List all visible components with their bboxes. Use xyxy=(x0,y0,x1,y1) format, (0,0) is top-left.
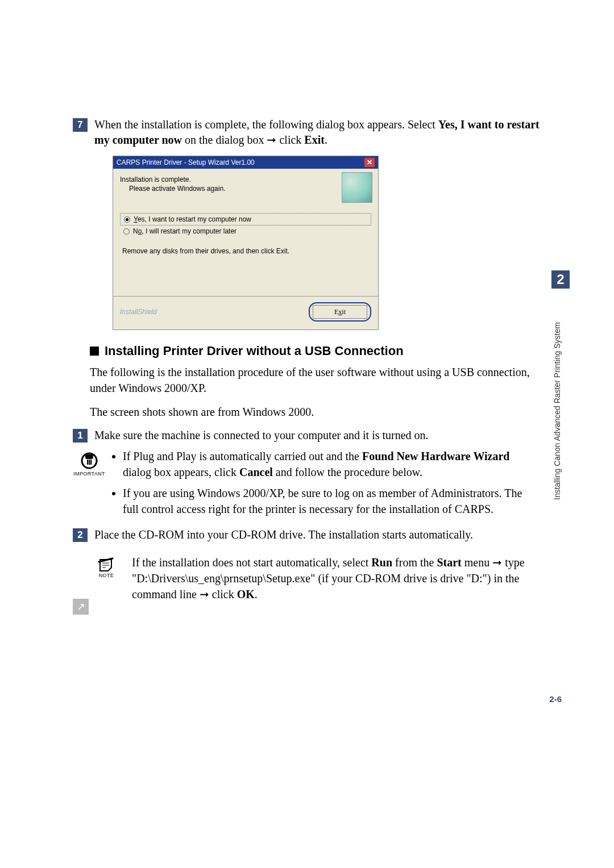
step7-bold2: Exit xyxy=(304,133,325,146)
svg-rect-4 xyxy=(89,460,90,465)
step7-mid: on the dialog box ➞ click xyxy=(182,133,304,146)
radio-no-rest: , I will restart my computer later xyxy=(142,227,237,235)
note-text: If the installation does not start autom… xyxy=(132,555,540,602)
step2-text: Place the CD-ROM into your CD-ROM drive.… xyxy=(94,527,473,542)
note-icon xyxy=(98,557,115,572)
dialog-title: CARPS Printer Driver - Setup Wizard Ver1… xyxy=(117,158,255,166)
svg-rect-1 xyxy=(85,454,93,459)
note-bold1: Run xyxy=(371,556,392,569)
radio-icon xyxy=(123,228,130,235)
svg-rect-3 xyxy=(90,460,92,465)
svg-rect-2 xyxy=(87,460,88,465)
exit-button-highlight: Exit xyxy=(309,302,371,322)
step1-text: Make sure the machine is connected to yo… xyxy=(94,428,429,443)
step7-pre: When the installation is complete, the f… xyxy=(94,118,438,131)
ib1-post: and follow the procedure below. xyxy=(273,466,422,478)
radio-yes-rest: es, I want to restart my computer now xyxy=(138,215,251,223)
important-label: IMPORTANT xyxy=(73,471,105,477)
subheading-row: Installing Printer Driver without a USB … xyxy=(90,344,540,358)
paragraph-intro-2: The screen shots shown are from Windows … xyxy=(90,404,540,420)
note-bold3: OK xyxy=(237,588,255,600)
radio-yes-mnemonic: Y xyxy=(134,215,138,223)
step-number-1: 1 xyxy=(73,429,88,443)
ib1-mid: dialog box appears, click xyxy=(123,466,239,478)
note-pre: If the installation does not start autom… xyxy=(132,556,371,569)
radio-restart-now: Yes, I want to restart my computer now xyxy=(120,213,371,226)
exit-button: Exit xyxy=(313,305,367,319)
note-bold2: Start xyxy=(437,556,461,569)
radio-no-pre: N xyxy=(133,227,138,235)
page-number: 2-6 xyxy=(549,694,562,704)
subheading-text: Installing Printer Driver without a USB … xyxy=(105,344,404,358)
dialog-remove-disks-text: Remove any disks from their drives, and … xyxy=(122,247,371,255)
chapter-tab: 2 xyxy=(551,270,570,289)
ib1-bold1: Found New Hardware Wizard xyxy=(362,450,509,462)
note-post: . xyxy=(255,588,258,600)
close-icon: ✕ xyxy=(364,158,375,167)
radio-restart-later: No, I will restart my computer later xyxy=(120,226,371,237)
dialog-line1: Installation is complete. xyxy=(120,176,371,183)
step-number-2: 2 xyxy=(73,528,88,542)
paragraph-intro-1: The following is the installation proced… xyxy=(90,364,540,396)
important-bullets: If Plug and Play is automatically carrie… xyxy=(113,449,540,523)
dialog-banner-image xyxy=(342,172,372,203)
back-nav-icon[interactable]: ↗ xyxy=(73,599,89,615)
dialog-brand: InstallShield xyxy=(120,308,157,316)
important-icon xyxy=(80,451,99,470)
ib1-pre: If Plug and Play is automatically carrie… xyxy=(123,450,362,462)
note-mid1: from the xyxy=(392,556,437,569)
side-section-label: Installing Canon Advanced Raster Printin… xyxy=(553,295,569,500)
ib1-bold2: Cancel xyxy=(239,466,273,478)
step7-text: When the installation is complete, the f… xyxy=(94,117,540,148)
step-number-7: 7 xyxy=(73,118,88,132)
radio-icon xyxy=(124,216,130,223)
dialog-line2: Please activate Windows again. xyxy=(129,185,371,193)
installer-dialog-screenshot: CARPS Printer Driver - Setup Wizard Ver1… xyxy=(113,156,379,330)
important-bullet-2: If you are using Windows 2000/XP, be sur… xyxy=(123,486,540,517)
important-bullet-1: If Plug and Play is automatically carrie… xyxy=(123,449,540,480)
square-bullet-icon xyxy=(90,347,99,356)
note-label: NOTE xyxy=(99,573,114,578)
step7-post: . xyxy=(325,133,327,146)
